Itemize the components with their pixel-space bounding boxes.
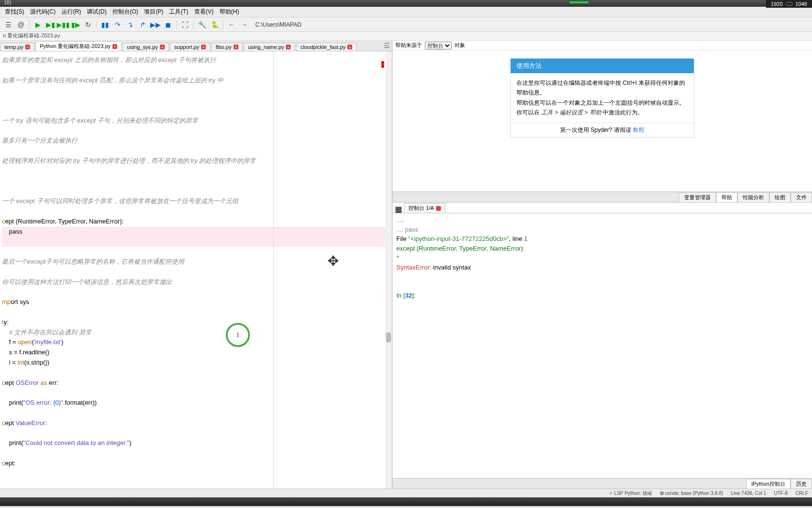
- file-tab[interactable]: fibo.py×: [211, 43, 242, 51]
- tutorial-link[interactable]: 教程: [633, 127, 644, 133]
- help-toolbar: 帮助来源于 控制台 对象: [392, 41, 812, 50]
- lsp-status[interactable]: ✓ LSP Python: 就绪: [609, 490, 652, 497]
- editor-scrollbar[interactable]: [385, 51, 392, 489]
- panel-tabs: 变量管理器 帮助 性能分析 绘图 文件: [392, 192, 812, 203]
- help-card-title: 使用方法: [511, 59, 694, 73]
- main-area: temp.py× Python 量化编程基础-2023.py× using_sy…: [0, 41, 812, 489]
- console-tab[interactable]: 控制台 1/A: [404, 203, 445, 213]
- step-into-icon[interactable]: ↴: [125, 19, 136, 30]
- tab-history[interactable]: 历史: [791, 479, 812, 489]
- python-icon[interactable]: 🐍: [209, 19, 220, 30]
- rerun-icon[interactable]: ↻: [83, 19, 94, 30]
- right-pane: 帮助来源于 控制台 对象 使用方法 在这里你可以通过在编辑器或者终端中按 Ctr…: [392, 41, 812, 489]
- help-source-select[interactable]: 控制台: [425, 42, 452, 49]
- bg-tab: 1B): [0, 0, 16, 5]
- help-card-body: 在这里你可以通过在编辑器或者终端中按 Ctrl+I 来获得任何对象的帮助信息。 …: [511, 73, 694, 123]
- menu-view[interactable]: 查看(V): [191, 7, 217, 17]
- menu-project[interactable]: 项目(P): [141, 7, 166, 17]
- file-tabs: temp.py× Python 量化编程基础-2023.py× using_sy…: [0, 41, 392, 51]
- file-tab[interactable]: using_sys.py×: [123, 43, 169, 51]
- toolbar: ☰ @ ▶ ▶▮ ▶▮▮ ▮▶ ↻ ▮▮ ↷ ↴ ↱ ▶▶ ◼ ⛶ 🔧 🐍 ← …: [0, 17, 812, 32]
- tab-profiler[interactable]: 性能分析: [737, 192, 769, 202]
- console-bottom-tabs: IPython控制台 历史: [392, 478, 812, 489]
- separator: [193, 20, 194, 29]
- close-icon[interactable]: [436, 206, 441, 211]
- separator: [223, 20, 223, 29]
- tab-variables[interactable]: 变量管理器: [679, 192, 716, 202]
- os-taskbar: [0, 497, 812, 506]
- tab-menu-icon[interactable]: ☰: [384, 42, 390, 49]
- close-icon[interactable]: ×: [112, 44, 117, 49]
- separator: [29, 20, 30, 29]
- run-cell-advance-icon[interactable]: ▶▮▮: [58, 19, 68, 30]
- help-card: 使用方法 在这里你可以通过在编辑器或者终端中按 Ctrl+I 来获得任何对象的帮…: [510, 58, 694, 138]
- atsign-icon[interactable]: @: [16, 19, 26, 30]
- menu-source[interactable]: 源代码(C): [27, 7, 59, 17]
- file-tab[interactable]: using_name.py×: [244, 43, 296, 51]
- link-icon: [786, 2, 793, 6]
- conda-status[interactable]: ✿ conda: base (Python 3.8.8): [660, 491, 723, 496]
- outline-icon[interactable]: ☰: [3, 19, 14, 30]
- close-icon[interactable]: ×: [25, 45, 30, 49]
- stop-icon[interactable]: ◼: [163, 19, 173, 30]
- run-icon[interactable]: ▶: [32, 19, 43, 30]
- continue-icon[interactable]: ▶▶: [150, 19, 161, 30]
- close-icon[interactable]: ×: [347, 45, 352, 49]
- close-icon[interactable]: ×: [160, 45, 165, 49]
- close-icon[interactable]: ×: [234, 45, 238, 49]
- file-tab[interactable]: support.py×: [170, 43, 210, 51]
- help-card-footer: 第一次使用 Spyder? 请阅读 教程: [511, 123, 694, 137]
- wrench-icon[interactable]: 🔧: [197, 19, 207, 30]
- error-marker: [381, 61, 384, 68]
- run-selection-icon[interactable]: ▮▶: [70, 19, 81, 30]
- cursor-position[interactable]: Line 7436, Col 1: [731, 491, 766, 496]
- file-tab-active[interactable]: Python 量化编程基础-2023.py×: [35, 41, 122, 51]
- encoding[interactable]: UTF-8: [774, 491, 788, 496]
- back-icon[interactable]: ←: [226, 19, 237, 30]
- code-editor[interactable]: 如果异常的类型和 except 之后的名称相符，那么对应的 except 子句将…: [0, 51, 392, 489]
- ipython-console[interactable]: ...: ...: pass File "<ipython-input-31-7…: [392, 213, 812, 478]
- menu-find[interactable]: 查找(S): [2, 7, 27, 17]
- os-top-strip: 1B) 1920 1048: [0, 0, 812, 7]
- separator: [176, 20, 177, 29]
- fullscreen-icon[interactable]: ⛶: [180, 19, 190, 30]
- console-tabstrip: ▦ 控制台 1/A: [392, 203, 812, 213]
- debug-pause-icon[interactable]: ▮▮: [100, 19, 110, 30]
- scrollbar-thumb[interactable]: [386, 333, 391, 342]
- cwd-path[interactable]: C:\Users\MIAPAD: [255, 21, 301, 28]
- editor-pane: temp.py× Python 量化编程基础-2023.py× using_sy…: [0, 41, 392, 489]
- console-options-icon[interactable]: ▦: [394, 205, 402, 213]
- tab-files[interactable]: 文件: [791, 192, 812, 202]
- menu-help[interactable]: 帮助(H): [217, 7, 242, 17]
- progress-indicator: [569, 1, 589, 3]
- step-out-icon[interactable]: ↱: [138, 19, 148, 30]
- menu-bar: 查找(S) 源代码(C) 运行(R) 调试(D) 控制台(O) 项目(P) 工具…: [0, 7, 812, 17]
- menu-debug[interactable]: 调试(D): [84, 7, 109, 17]
- close-icon[interactable]: ×: [201, 45, 206, 49]
- help-body: 使用方法 在这里你可以通过在编辑器或者终端中按 Ctrl+I 来获得任何对象的帮…: [392, 50, 812, 192]
- debug-step-icon[interactable]: ↷: [112, 19, 123, 30]
- ruler-line: [273, 51, 274, 489]
- tab-plots[interactable]: 绘图: [769, 192, 791, 202]
- menu-run[interactable]: 运行(R): [59, 7, 84, 17]
- forward-icon[interactable]: →: [239, 19, 250, 30]
- eol[interactable]: CRLF: [796, 491, 808, 496]
- resolution-badge: 1920 1048: [766, 0, 812, 8]
- tab-ipython[interactable]: IPython控制台: [746, 479, 791, 489]
- separator: [96, 20, 97, 29]
- menu-tools[interactable]: 工具(T): [166, 7, 191, 17]
- file-tab[interactable]: cloudpickle_fast.py×: [296, 43, 357, 51]
- tab-help[interactable]: 帮助: [716, 192, 737, 202]
- file-tab[interactable]: temp.py×: [0, 43, 34, 51]
- run-cell-icon[interactable]: ▶▮: [45, 19, 56, 30]
- close-icon[interactable]: ×: [286, 45, 291, 49]
- menu-console[interactable]: 控制台(O): [109, 7, 141, 17]
- file-path-bar: n 量化编程基础-2023.py: [0, 32, 812, 41]
- status-bar: ✓ LSP Python: 就绪 ✿ conda: base (Python 3…: [0, 489, 812, 497]
